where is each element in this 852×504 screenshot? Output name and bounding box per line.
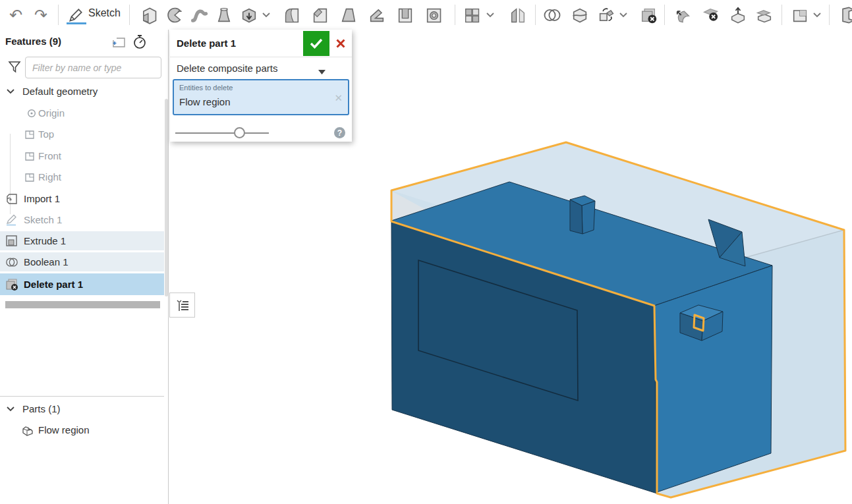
loft-icon [215,6,233,24]
origin-icon [25,107,38,120]
chevron-down-icon [486,13,494,18]
move-boundary-icon [729,6,747,24]
hole-button[interactable] [423,5,444,26]
tree-item-label: Delete part 1 [24,279,83,290]
transform-menu-chevron[interactable] [618,9,629,21]
undo-icon: ↶ [9,7,22,23]
redo-button[interactable]: ↷ [30,5,51,26]
tree-item-import-1[interactable]: Import 1 [0,188,164,209]
transform-button[interactable] [596,5,617,26]
tree-item-delete-part-1[interactable]: Delete part 1 [0,273,164,295]
clear-selection-icon[interactable]: ✕ [334,92,343,104]
move-boundary-button[interactable] [727,5,749,26]
delete-face-button[interactable] [700,5,721,26]
parts-section-header[interactable]: Parts (1) [0,399,164,419]
chevron-down-icon[interactable] [5,404,16,414]
tree-item-top-plane[interactable]: Top [0,124,164,144]
delete-face-icon [701,6,720,24]
part-item-label: Flow region [38,424,90,435]
pattern-button[interactable] [461,5,482,26]
loft-button[interactable] [213,5,235,26]
shell-button[interactable] [395,5,416,26]
mirror-button[interactable] [507,5,528,26]
mirror-icon [509,6,527,24]
features-panel: Features (9) Default geometry Origin Top… [0,30,169,504]
cancel-button[interactable] [332,35,349,52]
sketch-active-indicator [67,22,86,24]
sketch-button-label[interactable]: Sketch [88,7,121,19]
dialog-title: Delete part 1 [177,38,236,49]
rib-button[interactable] [366,5,387,26]
tree-item-origin[interactable]: Origin [0,103,164,123]
operation-dropdown-value: Delete composite parts [177,63,277,74]
plane-menu-chevron[interactable] [812,9,822,21]
fillet-button[interactable] [281,5,302,26]
chevron-down-icon [262,13,270,18]
tree-item-label: Import 1 [24,193,60,204]
toolbar-divider [129,5,130,25]
tree-item-label: Top [38,128,54,140]
feature-list-flyout-button[interactable] [169,293,195,318]
split-icon [571,6,589,24]
revolve-button[interactable] [163,5,185,26]
plane-button[interactable] [789,5,810,26]
tree-item-label: Front [38,150,61,161]
add-folder-button[interactable] [111,34,127,50]
entities-to-delete-field[interactable]: Entities to delete Flow region ✕ [173,79,349,115]
draft-button[interactable] [338,5,359,26]
dropdown-caret-icon [318,65,326,77]
rib-icon [368,6,386,24]
model-right-face [654,266,772,492]
tree-item-sketch-1[interactable]: Sketch 1 [0,210,164,230]
rollback-timer-button[interactable] [132,34,148,50]
tree-item-right-plane[interactable]: Right [0,167,164,187]
tree-item-extrude-1[interactable]: Extrude 1 [0,231,164,250]
horizontal-scrollbar[interactable] [5,301,160,308]
rollback-slider-handle[interactable] [234,127,245,138]
enclose-button[interactable] [837,5,852,26]
chamfer-button[interactable] [310,5,331,26]
pattern-menu-chevron[interactable] [485,9,496,21]
toolbar-divider [664,5,665,25]
rollback-slider-track[interactable] [175,132,269,134]
split-button[interactable] [569,5,590,26]
tree-item-default-geometry[interactable]: Default geometry [0,81,164,101]
tree-item-front-plane[interactable]: Front [0,146,164,166]
help-button[interactable]: ? [334,127,345,138]
extrude-button[interactable] [138,5,159,26]
move-face-button[interactable] [672,5,693,26]
chevron-down-icon[interactable] [5,86,16,97]
tree-item-label: Origin [38,107,65,119]
thicken-menu-chevron[interactable] [261,9,271,21]
thicken-button[interactable] [239,5,260,26]
part-item-flow-region[interactable]: Flow region [0,420,164,440]
filter-input[interactable] [25,57,161,78]
import-icon [5,192,18,206]
dialog-header: Delete part 1 [170,30,352,57]
hole-icon [424,6,443,24]
delete-part-icon [5,278,18,291]
vertical-scrollbar[interactable] [165,99,168,296]
extrude-icon [5,235,18,248]
checkmark-icon [309,38,324,49]
toolbar-divider [455,5,455,25]
replace-face-button[interactable] [754,5,775,26]
pencil-icon [67,7,84,24]
boolean-icon [542,6,562,24]
feature-list-icon [175,297,190,313]
tree-item-label: Right [38,171,61,182]
boolean-button[interactable] [542,5,563,26]
tree-item-boolean-1[interactable]: Boolean 1 [0,252,164,271]
plane-icon [791,6,809,24]
plane-icon [24,150,37,163]
confirm-button[interactable] [303,31,329,56]
part-solid-icon [21,424,34,437]
add-folder-icon [111,36,126,48]
operation-dropdown[interactable]: Delete composite parts [170,58,352,78]
replace-face-icon [755,6,774,24]
pencil-icon [5,213,18,227]
undo-button[interactable]: ↶ [5,5,26,26]
sweep-button[interactable] [188,5,210,26]
filter-icon [7,59,22,76]
delete-part-button[interactable] [638,5,659,26]
